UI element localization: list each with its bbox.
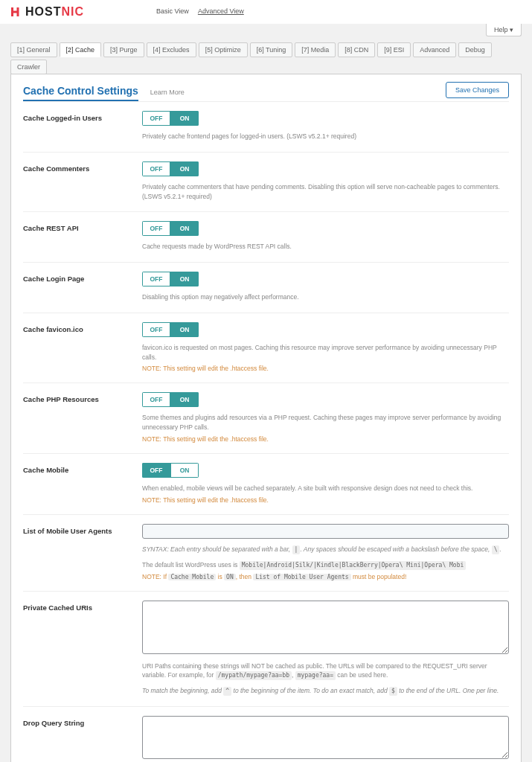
logo-icon: [9, 5, 22, 19]
toggle-on[interactable]: ON: [170, 392, 199, 407]
label-mobile: Cache Mobile: [23, 463, 142, 504]
desc-text: Disabling this option may negatively aff…: [142, 292, 509, 302]
toggle-off[interactable]: OFF: [142, 322, 170, 337]
view-switcher: Basic View Advanced View: [156, 7, 251, 15]
save-button-top[interactable]: Save Changes: [446, 82, 509, 98]
tab-optimize[interactable]: [5] Optimize: [199, 42, 248, 57]
toggle-logged-in[interactable]: OFF ON: [142, 111, 199, 126]
toggle-on[interactable]: ON: [170, 221, 199, 236]
label-php: Cache PHP Resources: [23, 392, 142, 443]
learn-more-link[interactable]: Learn More: [150, 89, 185, 96]
help-dropdown[interactable]: Help ▾: [486, 24, 522, 36]
toggle-mobile[interactable]: OFF ON: [142, 463, 199, 478]
desc-text: Privately cache frontend pages for logge…: [142, 132, 509, 141]
desc-text: Some themes and plugins add resources vi…: [142, 413, 509, 432]
basic-view-link[interactable]: Basic View: [156, 7, 189, 15]
toggle-off[interactable]: OFF: [142, 392, 170, 407]
toggle-login[interactable]: OFF ON: [142, 272, 199, 286]
desc-text: URI Paths containing these strings will …: [142, 662, 509, 681]
toggle-off[interactable]: OFF: [142, 111, 170, 126]
match-note: To match the beginning, add ^ to the beg…: [142, 686, 509, 696]
mobile-agents-input[interactable]: [142, 524, 509, 539]
label-logged-in: Cache Logged-in Users: [23, 111, 142, 141]
desc-text: favicon.ico is requested on most pages. …: [142, 343, 509, 362]
toggle-off[interactable]: OFF: [142, 161, 170, 176]
tab-crawler[interactable]: Crawler: [10, 60, 47, 74]
label-login: Cache Login Page: [23, 272, 142, 302]
tab-cdn[interactable]: [8] CDN: [338, 42, 375, 57]
logo: HOSTNIC: [9, 5, 84, 19]
tab-general[interactable]: [1] General: [10, 42, 57, 57]
note-text: NOTE: This setting will edit the .htacce…: [142, 496, 509, 504]
label-mobile-agents: List of Mobile User Agents: [23, 524, 142, 580]
toggle-on[interactable]: ON: [170, 161, 199, 176]
label-rest: Cache REST API: [23, 221, 142, 252]
tab-debug[interactable]: Debug: [458, 42, 492, 57]
page-title: Cache Control Settings: [23, 85, 138, 101]
toggle-on[interactable]: ON: [170, 322, 199, 337]
toggle-php[interactable]: OFF ON: [142, 392, 199, 407]
label-drop-query: Drop Query String: [23, 716, 142, 762]
note-text: NOTE: This setting will edit the .htacce…: [142, 365, 509, 372]
toggle-commenters[interactable]: OFF ON: [142, 161, 199, 176]
syntax-note: SYNTAX: Each entry should be separated w…: [142, 545, 509, 554]
note-text: NOTE: This setting will edit the .htacce…: [142, 435, 509, 443]
desc-text: Cache requests made by WordPress REST AP…: [142, 242, 509, 252]
tab-cache[interactable]: [2] Cache: [60, 42, 102, 57]
toggle-on[interactable]: ON: [170, 463, 199, 478]
private-uri-textarea[interactable]: [142, 601, 509, 654]
mobile-populate-note: NOTE: If Cache Mobile is ON, then List o…: [142, 573, 509, 580]
tab-media[interactable]: [7] Media: [295, 42, 336, 57]
tab-excludes[interactable]: [4] Excludes: [147, 42, 196, 57]
tab-advanced[interactable]: Advanced: [413, 42, 456, 57]
label-private-uri: Private Cached URIs: [23, 601, 142, 697]
toggle-off[interactable]: OFF: [142, 463, 170, 478]
toggle-on[interactable]: ON: [170, 111, 199, 126]
tab-esi[interactable]: [9] ESI: [377, 42, 411, 57]
tab-purge[interactable]: [3] Purge: [103, 42, 144, 57]
toggle-rest[interactable]: OFF ON: [142, 221, 199, 236]
drop-query-textarea[interactable]: [142, 716, 509, 759]
tab-tuning[interactable]: [6] Tuning: [250, 42, 293, 57]
advanced-view-link[interactable]: Advanced View: [198, 7, 244, 15]
label-commenters: Cache Commenters: [23, 161, 142, 202]
label-favicon: Cache favicon.ico: [23, 322, 142, 373]
toggle-off[interactable]: OFF: [142, 221, 170, 236]
toggle-off[interactable]: OFF: [142, 272, 170, 286]
default-note: The default list WordPress uses is Mobil…: [142, 560, 509, 570]
desc-text: Privately cache commenters that have pen…: [142, 182, 509, 202]
toggle-on[interactable]: ON: [170, 272, 199, 286]
settings-tabs: [1] General [2] Cache [3] Purge [4] Excl…: [10, 42, 522, 74]
toggle-favicon[interactable]: OFF ON: [142, 322, 199, 337]
desc-text: When enabled, mobile views will be cache…: [142, 484, 509, 493]
